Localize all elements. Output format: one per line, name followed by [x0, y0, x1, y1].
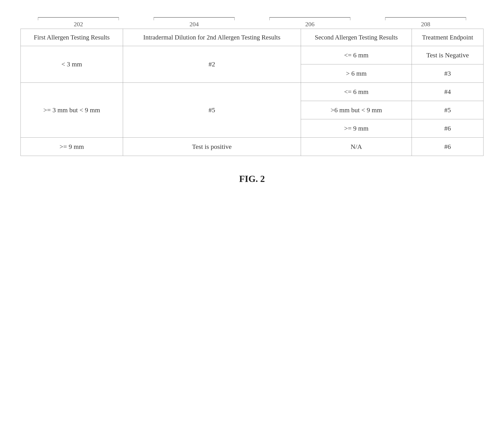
- cell-endpoint-6b: #6: [412, 137, 484, 156]
- cell-lte6mm: <= 6 mm: [301, 46, 412, 64]
- cell-endpoint-5: #5: [412, 101, 484, 119]
- table-row: < 3 mm #2 <= 6 mm Test is Negative: [21, 46, 484, 64]
- cell-test-positive: Test is positive: [123, 137, 301, 156]
- cell-endpoint-3: #3: [412, 64, 484, 82]
- column-labels-row: 202 204 206 208: [20, 13, 484, 29]
- col-num-204: 204: [189, 21, 199, 28]
- cell-gte9mm-b: >= 9 mm: [301, 119, 412, 137]
- cell-gte9mm: >= 9 mm: [21, 137, 123, 156]
- col-label-208: 208: [368, 13, 484, 29]
- bracket-right-tick-208: [466, 17, 466, 20]
- figure-label: FIG. 2: [239, 173, 265, 184]
- bracket-right-tick-204: [234, 17, 235, 20]
- col-label-204: 204: [136, 13, 252, 29]
- col-label-202: 202: [20, 13, 136, 29]
- cell-3to9mm: >= 3 mm but < 9 mm: [21, 82, 123, 137]
- bracket-right-tick-202: [119, 17, 119, 20]
- cell-dilution-2: #2: [123, 46, 301, 82]
- cell-lt3mm: < 3 mm: [21, 46, 123, 82]
- cell-lte6mm-b: <= 6 mm: [301, 82, 412, 101]
- table-header-row: First Allergen Testing Results Intraderm…: [21, 29, 484, 46]
- header-col1: First Allergen Testing Results: [21, 29, 123, 46]
- col-label-206: 206: [252, 13, 368, 29]
- table-row: >= 3 mm but < 9 mm #5 <= 6 mm #4: [21, 82, 484, 101]
- main-table: First Allergen Testing Results Intraderm…: [20, 29, 484, 156]
- cell-endpoint-6a: #6: [412, 119, 484, 137]
- cell-test-negative: Test is Negative: [412, 46, 484, 64]
- header-col2: Intradermal Dilution for 2nd Allergen Te…: [123, 29, 301, 46]
- cell-dilution-5: #5: [123, 82, 301, 137]
- bracket-right-tick-206: [350, 17, 351, 20]
- diagram-container: 202 204 206 208 First Allergen Testing R…: [20, 13, 484, 184]
- cell-6to9mm: >6 mm but < 9 mm: [301, 101, 412, 119]
- header-col4: Treatment Endpoint: [412, 29, 484, 46]
- cell-endpoint-4: #4: [412, 82, 484, 101]
- col-num-206: 206: [305, 21, 315, 28]
- col-num-202: 202: [74, 21, 83, 28]
- cell-gt6mm: > 6 mm: [301, 64, 412, 82]
- cell-na: N/A: [301, 137, 412, 156]
- col-num-208: 208: [421, 21, 430, 28]
- header-col3: Second Allergen Testing Results: [301, 29, 412, 46]
- table-row: >= 9 mm Test is positive N/A #6: [21, 137, 484, 156]
